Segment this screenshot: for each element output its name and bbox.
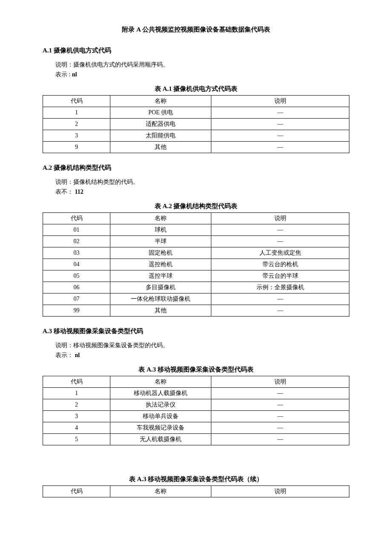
cell-code: 5 xyxy=(43,434,110,445)
cell-code: 04 xyxy=(43,259,110,270)
cell-code: 05 xyxy=(43,270,110,282)
cell-name: 移动单兵设备 xyxy=(110,411,211,422)
cell-code: 2 xyxy=(43,119,110,130)
col-header-name: 名称 xyxy=(110,96,211,107)
caption-a1-prefix: 表 xyxy=(155,85,163,92)
cell-code: 99 xyxy=(43,305,110,317)
repr-a1-val: nl xyxy=(70,71,77,78)
caption-a3cont: 表 A.3 移动视频图像采集设备类型代码表（续） xyxy=(43,475,349,483)
cell-name: 遥控枪机 xyxy=(110,259,211,270)
cell-name: POE 供电 xyxy=(110,107,211,119)
cell-desc: — xyxy=(211,293,349,305)
table-row: 2适配器供电— xyxy=(43,119,349,130)
cell-desc: — xyxy=(211,107,349,119)
cell-code: 06 xyxy=(43,282,110,293)
table-row: 04遥控枪机带云台的枪机 xyxy=(43,259,349,270)
cell-name: 多目摄像机 xyxy=(110,282,211,293)
page-title-bold: A xyxy=(136,26,142,33)
cell-desc: — xyxy=(211,305,349,317)
caption-a3cont-rest: 移动视频图像采集设备类型代码表（续） xyxy=(148,476,263,482)
cell-name: 遥控半球 xyxy=(110,270,211,282)
col-header-code: 代码 xyxy=(43,376,110,388)
table-row: 99其他— xyxy=(43,305,349,317)
caption-a2-prefix: 表 xyxy=(155,203,163,209)
table-row: 06多目摄像机示例：全景摄像机 xyxy=(43,282,349,293)
table-row: 2执法记录仪— xyxy=(43,399,349,411)
table-header-row: 代码 名称 说明 xyxy=(43,486,349,497)
cell-desc: — xyxy=(211,399,349,411)
table-a3cont: 代码 名称 说明 xyxy=(43,485,349,497)
col-header-desc: 说明 xyxy=(211,213,349,224)
repr-a1-label: 表示 : xyxy=(55,71,70,78)
desc-a1: 说明：摄像机供电方式的代码采用顺序码。 xyxy=(55,61,349,69)
cell-code: 3 xyxy=(43,130,110,142)
cell-name: 车我视频记录设备 xyxy=(110,422,211,434)
caption-a2: 表 A.2 摄像机结构类型代码表 xyxy=(43,202,349,210)
caption-a3cont-prefix: 表 xyxy=(129,476,137,482)
cell-desc: 示例：全景摄像机 xyxy=(211,282,349,293)
cell-code: 3 xyxy=(43,411,110,422)
page-title: 附录 A 公共视频监控视频图像设备基础数据集代码表 xyxy=(43,26,349,34)
caption-a2-rest: 摄像机结构类型代码表 xyxy=(173,203,237,209)
cell-name: 无人机载摄像机 xyxy=(110,434,211,445)
cell-desc: 带云台的半球 xyxy=(211,270,349,282)
repr-a2-label: 表不： xyxy=(55,189,73,195)
col-header-name: 名称 xyxy=(110,486,211,497)
cell-desc: — xyxy=(211,411,349,422)
cell-name: 球机 xyxy=(110,224,211,236)
repr-a3: 表示： nl xyxy=(55,352,349,359)
cell-desc: 带云台的枪机 xyxy=(211,259,349,270)
table-a3: 代码 名称 说明 1移动机器人载摄像机— 2执法记录仪— 3移动单兵设备— 4车… xyxy=(43,376,349,445)
repr-a1: 表示 : nl xyxy=(55,71,349,78)
cell-desc: — xyxy=(211,388,349,399)
col-header-desc: 说明 xyxy=(211,96,349,107)
col-header-desc: 说明 xyxy=(211,376,349,388)
caption-a2-bold: A.2 xyxy=(162,203,173,209)
heading-a1: A.1 摄像机供电方式代码 xyxy=(43,46,349,55)
cell-desc: — xyxy=(211,434,349,445)
table-row: 1移动机器人载摄像机— xyxy=(43,388,349,399)
heading-a2: A.2 摄像机结构类型代码 xyxy=(43,164,349,172)
cell-code: 4 xyxy=(43,422,110,434)
table-row: 9其他— xyxy=(43,142,349,153)
table-row: 3太阳能供电— xyxy=(43,130,349,142)
cell-code: 1 xyxy=(43,388,110,399)
repr-a3-val: nl xyxy=(73,352,80,358)
cell-name: 其他 xyxy=(110,142,211,153)
cell-desc: — xyxy=(211,236,349,247)
cell-desc: — xyxy=(211,142,349,153)
cell-desc: 人工变焦或定焦 xyxy=(211,247,349,259)
cell-name: 其他 xyxy=(110,305,211,317)
table-a2: 代码 名称 说明 01球机— 02半球— 03固定枪机人工变焦或定焦 04遥控枪… xyxy=(43,212,349,317)
col-header-code: 代码 xyxy=(43,213,110,224)
caption-a1: 表 A.1 摄像机供电方式代码表 xyxy=(43,85,349,93)
col-header-code: 代码 xyxy=(43,486,110,497)
desc-a2: 说明：摄像机结构类型的代码。 xyxy=(55,178,349,186)
page-title-rest: 公共视频监控视频图像设备基础数据集代码表 xyxy=(142,26,270,33)
desc-a3: 说明：移动视频图像采集设备类型的代码。 xyxy=(55,342,349,349)
table-row: 01球机— xyxy=(43,224,349,236)
table-row: 5无人机载摄像机— xyxy=(43,434,349,445)
cell-name: 半球 xyxy=(110,236,211,247)
cell-code: 03 xyxy=(43,247,110,259)
caption-a1-bold: A.1 xyxy=(162,85,173,92)
cell-code: 01 xyxy=(43,224,110,236)
col-header-desc: 说明 xyxy=(211,486,349,497)
cell-desc: — xyxy=(211,422,349,434)
caption-a3-prefix: 表 xyxy=(138,366,147,373)
cell-desc: — xyxy=(211,130,349,142)
cell-desc: — xyxy=(211,224,349,236)
caption-a3cont-bold: A.3 xyxy=(137,476,148,482)
cell-code: 07 xyxy=(43,293,110,305)
table-row: 4车我视频记录设备— xyxy=(43,422,349,434)
table-row: 07一体化枪球联动摄像机— xyxy=(43,293,349,305)
col-header-name: 名称 xyxy=(110,213,211,224)
col-header-name: 名称 xyxy=(110,376,211,388)
caption-a1-rest: 摄像机供电方式代码表 xyxy=(173,85,237,92)
caption-a3-bold: A.3 xyxy=(147,366,158,373)
cell-name: 移动机器人载摄像机 xyxy=(110,388,211,399)
table-row: 02半球— xyxy=(43,236,349,247)
cell-code: 02 xyxy=(43,236,110,247)
cell-name: 固定枪机 xyxy=(110,247,211,259)
cell-name: 适配器供电 xyxy=(110,119,211,130)
